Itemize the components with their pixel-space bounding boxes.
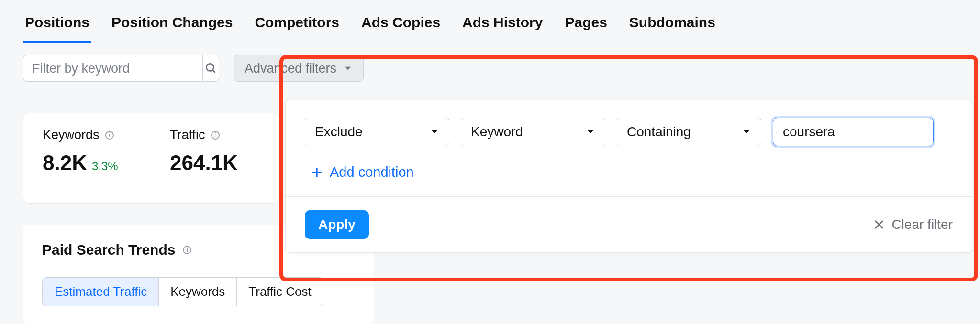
filter-row: Advanced filters: [0, 43, 980, 82]
stat-traffic-label: Traffic: [170, 128, 205, 142]
advanced-filters-panel: Exclude Keyword Containing Add condition…: [285, 100, 972, 253]
chevron-down-icon: [430, 127, 439, 137]
info-icon[interactable]: i: [211, 131, 220, 140]
keyword-filter-group: [23, 55, 219, 82]
chevron-down-icon: [742, 127, 751, 137]
advanced-filters-button[interactable]: Advanced filters: [234, 55, 364, 82]
stat-keywords-value: 8.2K: [43, 151, 87, 175]
plus-icon: [311, 166, 323, 179]
svg-point-0: [206, 64, 213, 71]
tab-competitors[interactable]: Competitors: [253, 9, 341, 43]
filter-mode-value: Exclude: [315, 124, 363, 140]
filter-match-value: Containing: [627, 124, 691, 140]
chevron-down-icon: [343, 64, 353, 73]
trends-segmented-control: Estimated Traffic Keywords Traffic Cost: [42, 277, 323, 306]
segment-keywords[interactable]: Keywords: [158, 278, 236, 306]
filter-match-select[interactable]: Containing: [617, 118, 761, 146]
tab-subdomains[interactable]: Subdomains: [627, 9, 717, 43]
tab-positions[interactable]: Positions: [23, 9, 91, 43]
info-icon[interactable]: i: [183, 246, 191, 254]
filter-condition-row: Exclude Keyword Containing: [286, 100, 972, 146]
filter-value-input[interactable]: [773, 118, 934, 146]
tab-ads-history[interactable]: Ads History: [460, 9, 545, 43]
stats-card: Keywords i 8.2K 3.3% Traffic i 264.1K: [23, 113, 278, 204]
clear-filter-label: Clear filter: [891, 217, 953, 232]
advanced-filters-footer: Apply Clear filter: [286, 196, 972, 252]
add-condition-button[interactable]: Add condition: [311, 164, 414, 180]
close-icon: [873, 219, 885, 230]
clear-filter-button[interactable]: Clear filter: [873, 217, 953, 232]
stat-traffic: Traffic i 264.1K: [151, 113, 278, 203]
report-tabs: Positions Position Changes Competitors A…: [0, 0, 980, 43]
stat-keywords: Keywords i 8.2K 3.3%: [23, 113, 151, 203]
trends-title: Paid Search Trends: [42, 242, 175, 258]
add-condition-label: Add condition: [330, 164, 414, 180]
search-button[interactable]: [202, 55, 219, 82]
svg-line-1: [212, 70, 215, 72]
info-icon[interactable]: i: [105, 131, 114, 140]
keyword-filter-input[interactable]: [23, 55, 202, 82]
tab-pages[interactable]: Pages: [563, 9, 609, 43]
search-icon: [205, 62, 217, 75]
stat-keywords-delta: 3.3%: [92, 160, 118, 173]
filter-field-select[interactable]: Keyword: [461, 118, 605, 146]
stat-keywords-label: Keywords: [43, 128, 100, 142]
tab-position-changes[interactable]: Position Changes: [110, 9, 234, 43]
apply-button[interactable]: Apply: [305, 210, 369, 239]
segment-estimated-traffic[interactable]: Estimated Traffic: [43, 278, 158, 306]
tab-ads-copies[interactable]: Ads Copies: [359, 9, 442, 43]
segment-traffic-cost[interactable]: Traffic Cost: [236, 278, 323, 306]
advanced-filters-label: Advanced filters: [245, 61, 336, 76]
chevron-down-icon: [586, 127, 595, 137]
filter-mode-select[interactable]: Exclude: [305, 118, 449, 146]
stat-traffic-value: 264.1K: [170, 151, 238, 175]
filter-field-value: Keyword: [471, 124, 523, 140]
